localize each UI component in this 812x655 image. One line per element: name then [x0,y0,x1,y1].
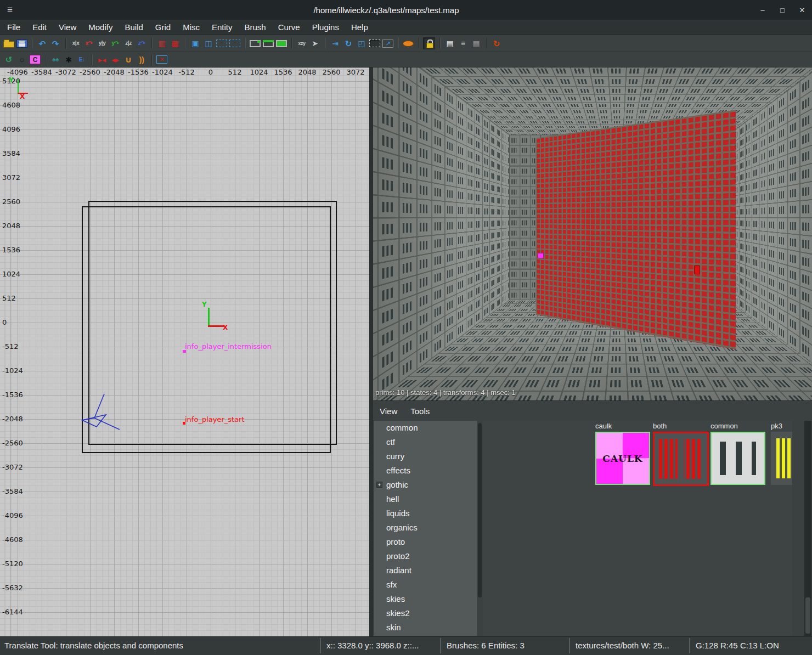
refresh-references-button[interactable]: ↻ [491,37,502,49]
texture-both[interactable]: both [653,422,713,486]
select-inside-button[interactable] [229,39,240,47]
texture-thumbnail[interactable]: CAULK [595,432,650,485]
folder-skin[interactable]: skin [374,620,477,635]
hollow-button[interactable]: ▣ [190,37,201,49]
maximize-button[interactable]: □ [772,6,792,14]
translate-mode-button[interactable]: ⇥ [330,37,341,49]
scrollbar-thumb[interactable] [478,423,482,597]
rotate-x-button[interactable]: x↷ [83,37,94,49]
menu-Help[interactable]: Help [345,22,374,32]
separator[interactable] [185,38,185,49]
separator[interactable] [245,38,245,49]
menu-File[interactable]: File [1,22,26,32]
app-menu-icon[interactable]: ≡ [0,4,20,15]
texture-area-scrollbar[interactable] [804,421,811,636]
entity-marker[interactable] [183,422,185,425]
minimize-button[interactable]: – [753,6,772,14]
save-file-button[interactable] [16,39,27,48]
background-image-button[interactable]: ○ [16,54,27,66]
folder-effects[interactable]: effects [374,464,477,478]
texture-caulk[interactable]: caulk CAULK [595,422,656,485]
scrollbar-thumb[interactable] [805,597,810,634]
folder-common[interactable]: common [374,421,477,435]
menu-View[interactable]: View [53,22,82,32]
entity-marker[interactable] [183,350,186,353]
make-room-button[interactable]: ◫ [203,37,214,49]
texture-common[interactable]: common [710,422,771,485]
menu-Brush[interactable]: Brush [239,22,272,32]
separator[interactable] [92,54,92,65]
flip-y-button[interactable]: y|y [97,37,108,49]
separator[interactable] [45,54,46,65]
texture-lump-button[interactable] [403,41,414,47]
close-button[interactable]: ✕ [792,6,812,14]
ufo-model-button[interactable]: ✱ [63,54,74,66]
open-file-button[interactable] [3,41,14,48]
change-views-button[interactable]: xzy [296,37,307,49]
separator[interactable] [65,38,66,49]
resize-mode-button[interactable] [369,39,380,47]
separator[interactable] [325,38,325,49]
separator[interactable] [398,38,398,49]
cap-inward-button[interactable]: ▸◂ [97,54,108,66]
split-selection-button[interactable] [263,40,274,47]
intermission-marker[interactable] [538,253,544,258]
folder-liquids[interactable]: liquids [374,506,477,521]
menu-Plugins[interactable]: Plugins [306,22,345,32]
menu-Grid[interactable]: Grid [149,22,177,32]
folder-radiant[interactable]: radiant [374,563,477,578]
separator[interactable] [291,38,292,49]
texture-lock-button[interactable] [423,37,435,49]
texture-thumbnail[interactable] [653,432,709,486]
patch-insert-button[interactable]: )) [136,54,147,66]
texture-folder-list[interactable]: common ctf curry effects + gothic hell l… [374,421,477,636]
separator[interactable] [486,38,487,49]
folder-proto[interactable]: proto [374,535,477,549]
menu-Modify[interactable]: Modify [82,22,119,32]
folder-sfx[interactable]: sfx [374,578,477,592]
texmenu-View[interactable]: View [373,406,404,416]
folder-curry[interactable]: curry [374,449,477,464]
texture-thumbnail[interactable] [710,432,765,485]
skew-mode-button[interactable]: ↗ [382,39,393,48]
refresh-vfs-button[interactable]: ↺ [3,54,14,66]
texture-thumbnails-area[interactable]: caulk CAULK both common pk3 [483,421,792,636]
3d-camera-view[interactable]: prims: 10 | states: 4 | transforms: 4 | … [373,67,812,400]
2d-grid-view[interactable]: -4096-3584-3072-2560-2048-1536-1024-5120… [0,67,369,636]
rotate-y-button[interactable]: y↷ [110,37,121,49]
menu-Edit[interactable]: Edit [26,22,53,32]
cursor-mode-button[interactable]: ➤ [309,37,320,49]
console-button[interactable]: ≡ [458,37,469,49]
folder-organics[interactable]: organics [374,521,477,535]
scale-mode-button[interactable]: ◰ [356,37,367,49]
folder-hell[interactable]: hell [374,492,477,506]
separator[interactable] [151,54,152,65]
csg-subtract-button[interactable]: ▥ [156,37,167,49]
separator[interactable] [418,38,419,49]
cap-outward-button[interactable]: ◂▸ [110,54,121,66]
brush-outline[interactable] [88,201,337,445]
expander-icon[interactable]: + [376,482,382,488]
texture-thumbnail[interactable] [771,432,792,485]
start-marker[interactable] [694,266,700,274]
texture-pk3[interactable]: pk3 [771,422,792,485]
flip-clip-button[interactable] [276,40,287,47]
menu-Curve[interactable]: Curve [272,22,306,32]
texmenu-Tools[interactable]: Tools [404,406,436,416]
model-browser-button[interactable]: ♣♣ [50,54,61,66]
redo-button[interactable]: ↷ [50,37,61,49]
separator[interactable] [151,38,152,49]
separator[interactable] [32,38,32,49]
clipper-toggle-button[interactable]: ✕ [156,55,167,64]
menu-Build[interactable]: Build [119,22,149,32]
clip-selection-button[interactable] [250,40,261,47]
menu-Misc[interactable]: Misc [177,22,206,32]
caulk-brush-button[interactable]: C [30,55,41,64]
patch-bend-button[interactable]: ∪ [123,54,134,66]
select-touching-button[interactable] [216,39,227,47]
flip-z-button[interactable]: z|z [123,37,134,49]
rotate-mode-button[interactable]: ↻ [343,37,354,49]
folder-skies[interactable]: skies [374,592,477,606]
rotate-z-button[interactable]: z↷ [136,37,147,49]
texture-window-button[interactable]: ▦ [471,37,482,49]
